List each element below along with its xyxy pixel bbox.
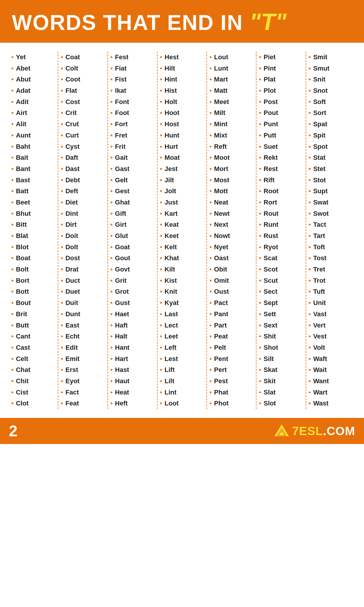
word-text: Mort [214,164,228,173]
bullet-icon: • [110,287,113,296]
word-text: Pent [214,354,228,363]
list-item: •Fret [110,130,155,141]
word-text: Dolt [65,243,78,252]
word-text: Just [165,198,178,207]
list-item: •Milt [209,107,254,119]
word-text: Waft [313,354,327,363]
bullet-icon: • [160,377,162,386]
word-text: Putt [264,131,276,140]
list-item: •Glut [110,230,155,242]
column-1: •Yet•Abet•Abut•Adat•Adit•Airt•Alit•Aunt•… [9,52,58,409]
svg-rect-2 [280,433,283,435]
word-text: Tuft [313,287,325,296]
bullet-icon: • [259,198,261,207]
word-text: Dint [65,209,78,218]
word-text: Eyot [65,377,80,386]
bullet-icon: • [110,198,113,207]
bullet-icon: • [11,231,14,240]
word-text: Sort [313,108,326,117]
bullet-icon: • [259,298,261,307]
bullet-icon: • [61,332,63,341]
list-item: •Knit [160,286,204,297]
bullet-icon: • [61,354,63,363]
list-item: •Eyot [61,376,105,387]
word-text: Pint [264,64,276,73]
word-text: Erst [65,365,78,374]
list-item: •Oust [209,286,254,297]
list-item: •Pint [259,63,303,74]
list-item: •Jest [160,163,204,175]
bullet-icon: • [259,276,261,285]
list-item: •Ikat [110,85,155,96]
list-item: •Deft [61,186,105,197]
bullet-icon: • [11,287,14,296]
bullet-icon: • [61,377,63,386]
word-text: Echt [65,332,80,341]
word-text: Smit [313,53,327,62]
word-text: Colt [65,64,78,73]
word-text: Keat [165,220,179,229]
word-text: Heft [115,399,128,408]
bullet-icon: • [11,310,14,319]
list-item: •Mint [209,119,254,130]
header-title-highlight: "T" [250,9,287,35]
word-text: Pout [264,108,278,117]
list-item: •Snot [309,85,353,96]
list-item: •Hint [160,74,204,85]
bullet-icon: • [110,388,113,397]
word-text: Want [313,377,329,386]
column-2: •Coat•Colt•Coot•Flat•Cost•Crit•Crut•Curt… [58,52,108,409]
bullet-icon: • [160,53,162,62]
list-item: •Pant [209,309,254,320]
word-text: Ikat [115,86,126,95]
list-item: •Punt [259,119,303,130]
list-item: •Goat [110,242,155,253]
list-item: •Omit [209,275,254,286]
bullet-icon: • [160,310,162,319]
word-text: Dunt [65,310,80,319]
word-text: Jolt [165,187,176,196]
bullet-icon: • [160,243,162,252]
list-item: •Hart [110,353,155,365]
list-item: •Diet [61,197,105,208]
word-text: Gift [115,209,126,218]
bullet-icon: • [110,153,113,162]
word-text: Phot [214,399,229,408]
bullet-icon: • [309,365,311,374]
list-item: •Batt [11,186,55,197]
bullet-icon: • [110,209,113,218]
list-item: •Spit [309,130,353,141]
word-text: Dost [65,254,80,263]
list-item: •Dast [61,163,105,175]
list-item: •Cost [61,96,105,108]
word-text: Fist [115,75,126,84]
bullet-icon: • [309,231,311,240]
list-item: •Heft [110,398,155,409]
word-text: Sext [264,321,277,330]
word-text: Post [264,98,278,106]
word-text: Milt [214,108,225,117]
bullet-icon: • [160,332,162,341]
word-text: Blat [16,231,28,240]
logo: 7ESL.COM [274,423,355,439]
bullet-icon: • [209,399,212,408]
list-item: •Root [259,186,303,197]
list-item: •Shit [259,331,303,342]
bullet-icon: • [11,198,14,207]
word-text: Pact [214,298,228,307]
word-text: Ryot [264,243,278,252]
list-item: •Loot [160,398,204,409]
bullet-icon: • [259,265,261,274]
list-item: •Flat [61,85,105,96]
word-text: Loot [165,399,179,408]
word-text: Goat [115,243,130,252]
word-text: Grot [115,287,129,296]
list-item: •Duet [61,286,105,297]
word-text: Smut [313,64,329,73]
bullet-icon: • [110,265,113,274]
bullet-icon: • [110,332,113,341]
list-item: •Govt [110,264,155,275]
list-item: •Heat [110,387,155,398]
bullet-icon: • [259,377,261,386]
word-text: Rort [264,198,277,207]
